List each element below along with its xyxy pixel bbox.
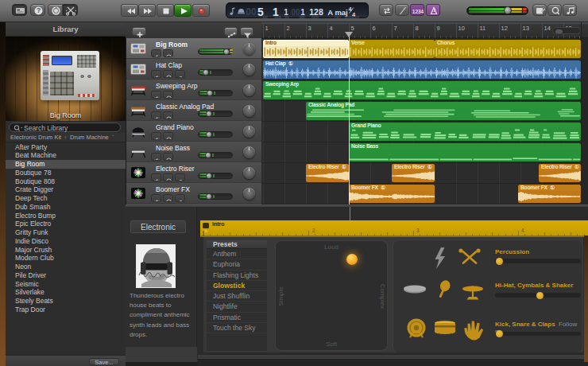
svg-text:signature: signature	[345, 15, 360, 19]
svg-text:00: 00	[246, 6, 257, 18]
svg-text:bar: bar	[263, 15, 269, 19]
svg-text:Key: Key	[335, 15, 342, 19]
svg-text:1234: 1234	[412, 9, 424, 14]
svg-text:div: div	[284, 15, 290, 19]
svg-text:beat: beat	[275, 15, 283, 19]
svg-text:tick: tick	[300, 15, 306, 19]
svg-text:?: ?	[37, 6, 41, 14]
svg-text:bpm: bpm	[312, 15, 319, 19]
